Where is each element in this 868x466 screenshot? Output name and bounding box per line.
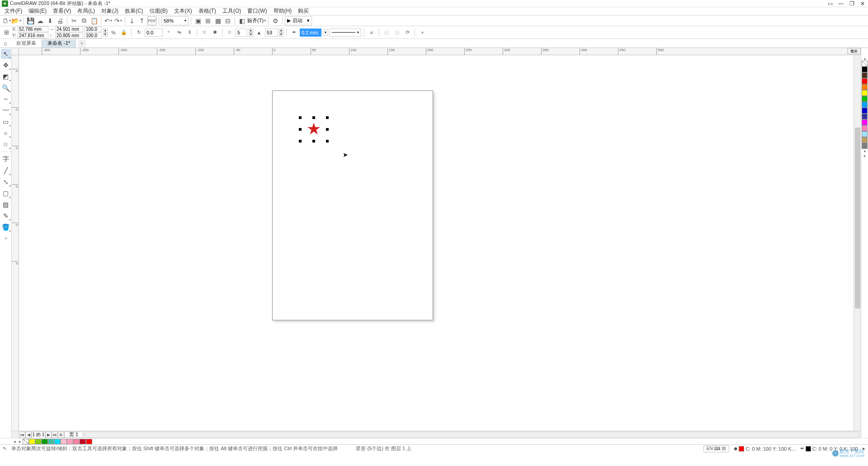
scale-x-input[interactable] xyxy=(85,26,102,32)
color-swatch[interactable] xyxy=(862,72,868,78)
no-color-swatch[interactable] xyxy=(862,61,868,67)
shape-tool[interactable]: ✥ xyxy=(1,60,11,70)
color-swatch[interactable] xyxy=(80,439,86,444)
scale-spinner[interactable]: ▴▾ xyxy=(103,29,108,37)
to-front-icon[interactable]: ◱ xyxy=(382,28,391,37)
ruler-vertical[interactable]: 00 00 00 xyxy=(12,55,19,431)
sharpness-input[interactable] xyxy=(265,29,278,37)
new-tab-button[interactable]: ＋ xyxy=(78,40,86,47)
menu-view[interactable]: 查看(V) xyxy=(50,7,74,15)
open-button[interactable]: 📂▾ xyxy=(12,16,21,25)
show-guides-icon[interactable]: ⊟ xyxy=(223,16,232,25)
undo-button[interactable]: ↶▾ xyxy=(104,16,113,25)
color-swatch[interactable] xyxy=(862,137,868,143)
transparency-tool[interactable]: ▨ xyxy=(1,200,11,209)
show-rulers-icon[interactable]: ⊞ xyxy=(203,16,212,25)
menu-edit[interactable]: 编辑(E) xyxy=(26,7,49,15)
menu-buy[interactable]: 购买 xyxy=(295,7,311,15)
color-swatch[interactable] xyxy=(862,119,868,125)
color-swatch[interactable] xyxy=(862,67,868,72)
canvas[interactable]: ★ ➤ xyxy=(19,55,854,431)
menu-bitmap[interactable]: 位图(B) xyxy=(147,7,170,15)
text-tool[interactable]: 字 xyxy=(1,154,11,164)
new-button[interactable]: 🗋▾ xyxy=(2,16,11,25)
launch-combo[interactable]: ▶启动▾ xyxy=(285,16,312,25)
add-tool-icon[interactable]: ＋ xyxy=(1,233,11,243)
help-button-icon[interactable]: ▭ xyxy=(826,0,834,7)
import-button[interactable]: ⤓ xyxy=(127,16,137,25)
color-swatch[interactable] xyxy=(35,439,42,444)
menu-tools[interactable]: 工具(O) xyxy=(220,7,244,15)
crop-tool[interactable]: ◩ xyxy=(1,71,11,81)
nav-next-icon[interactable]: ▶ xyxy=(45,432,52,438)
close-icon[interactable]: ✕ xyxy=(859,0,866,7)
redo-button[interactable]: ↷▾ xyxy=(113,16,123,25)
rectangle-tool[interactable]: ▭ xyxy=(1,117,11,127)
outline-width-input[interactable]: 0.2 mm xyxy=(300,29,321,37)
color-swatch[interactable] xyxy=(48,439,54,444)
menu-text[interactable]: 文本(X) xyxy=(171,7,195,15)
color-swatch[interactable] xyxy=(67,439,73,444)
palette-down-icon[interactable]: ▾ xyxy=(862,149,868,153)
menu-effects[interactable]: 效果(C) xyxy=(122,7,146,15)
snap-icon[interactable]: ◧ xyxy=(237,16,246,25)
menu-table[interactable]: 表格(T) xyxy=(196,7,219,15)
y-input[interactable] xyxy=(18,33,48,38)
points-input[interactable] xyxy=(236,29,247,37)
wrap-text-icon[interactable]: ≡ xyxy=(367,28,376,37)
to-back-icon[interactable]: ◲ xyxy=(392,28,401,37)
palette-up-icon[interactable]: ▴ xyxy=(862,56,868,61)
paste-button[interactable]: 📋 xyxy=(90,16,99,25)
points-spinner[interactable]: ▴▾ xyxy=(249,29,253,37)
ruler-origin[interactable] xyxy=(12,48,19,55)
zoom-level-combo[interactable]: 58%▾ xyxy=(161,16,189,25)
star-shape[interactable]: ★ xyxy=(307,121,321,137)
x-input[interactable] xyxy=(18,26,48,32)
palette-left-icon[interactable]: ◂ xyxy=(12,439,17,444)
mirror-h-icon[interactable]: ⇋ xyxy=(175,28,184,37)
menu-help[interactable]: 帮助(H) xyxy=(271,7,295,15)
zoom-tool[interactable]: 🔍 xyxy=(1,83,11,93)
ime-indicator[interactable]: EN ⌨ 简 xyxy=(703,445,729,452)
connector-tool[interactable]: ⤡ xyxy=(1,177,11,187)
snap-dropdown[interactable]: 贴齐(T)▾ xyxy=(247,17,266,24)
menu-layout[interactable]: 布局(L) xyxy=(75,7,98,15)
color-swatch[interactable] xyxy=(862,96,868,102)
color-swatch[interactable] xyxy=(862,84,868,90)
nav-last-icon[interactable]: ⏭ xyxy=(52,432,58,438)
ellipse-tool[interactable]: ○ xyxy=(1,128,11,138)
drop-shadow-tool[interactable]: ▢ xyxy=(1,188,11,198)
eyedropper-tool[interactable]: ✎ xyxy=(1,211,11,221)
menu-object[interactable]: 对象(J) xyxy=(99,7,121,15)
save-button[interactable]: 💾 xyxy=(26,16,35,25)
no-color-swatch[interactable] xyxy=(23,439,29,444)
copy-button[interactable]: ⧉ xyxy=(80,16,89,25)
tab-welcome[interactable]: 欢迎屏幕 xyxy=(11,39,42,48)
outline-indicator[interactable]: ✒ C: 0 M: 0 Y: 0 K: 100 xyxy=(800,446,858,452)
color-swatch[interactable] xyxy=(86,439,92,444)
scale-y-input[interactable] xyxy=(85,33,102,38)
color-swatch[interactable] xyxy=(862,102,868,108)
artistic-media-tool[interactable]: 〰 xyxy=(1,105,11,115)
ruler-units[interactable]: 毫米 xyxy=(847,48,861,54)
star-icon[interactable]: ☆ xyxy=(200,28,209,37)
page-number-display[interactable]: 1 的 1 xyxy=(32,431,45,438)
convert-curves-icon[interactable]: ⟳ xyxy=(403,28,412,37)
height-input[interactable] xyxy=(55,33,83,38)
pick-tool[interactable]: ↖ xyxy=(1,49,11,59)
add-page-icon[interactable]: ⊕ xyxy=(58,432,64,438)
star-selection[interactable]: ★ xyxy=(300,118,327,141)
color-swatch[interactable] xyxy=(862,125,868,131)
line-style-combo[interactable]: ▾ xyxy=(330,29,361,37)
fullscreen-icon[interactable]: ▣ xyxy=(193,16,203,25)
color-swatch[interactable] xyxy=(862,143,868,149)
cloud-up-icon[interactable]: ☁ xyxy=(36,16,45,25)
menu-file[interactable]: 文件(F) xyxy=(2,7,25,15)
polygon-tool[interactable]: ☆ xyxy=(1,139,11,149)
minimize-icon[interactable]: — xyxy=(837,0,844,7)
home-icon[interactable]: ⌂ xyxy=(0,39,11,48)
fill-tool[interactable]: 🪣 xyxy=(1,222,11,232)
nav-first-icon[interactable]: ⏮ xyxy=(19,432,25,438)
color-swatch[interactable] xyxy=(42,439,48,444)
palette-right-icon[interactable]: ▸ xyxy=(17,439,23,444)
